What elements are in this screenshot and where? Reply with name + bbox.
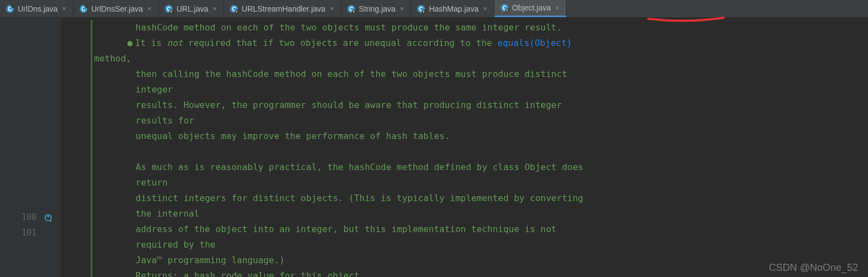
class-icon: C (500, 3, 509, 12)
editor-area: 100 101 hashCode method on each of the t… (0, 18, 868, 277)
close-icon[interactable]: × (212, 4, 219, 13)
line-gutter: 100 101 (0, 18, 61, 277)
tab-string-java[interactable]: CString.java× (341, 0, 412, 17)
line-number: 100 (0, 209, 61, 225)
svg-rect-9 (170, 11, 172, 13)
class-run-icon: C (6, 4, 14, 13)
tab-hashmap-java[interactable]: CHashMap.java× (411, 0, 494, 17)
tab-label: URLStreamHandler.java (242, 4, 325, 13)
line-number: 101 (0, 225, 61, 240)
tab-urldns-java[interactable]: CUrlDns.java× (0, 0, 74, 17)
class-icon: C (347, 4, 356, 13)
tab-urldnsser-java[interactable]: CUrlDnsSer.java× (74, 0, 159, 17)
svg-rect-21 (423, 11, 424, 13)
class-icon: C (417, 4, 425, 13)
javadoc-link-equals[interactable]: equals(Object) (497, 38, 572, 48)
svg-rect-25 (506, 10, 508, 12)
javadoc-text: hashCode method on each of the two objec… (61, 20, 603, 277)
tab-label: String.java (359, 4, 396, 13)
doc-indent-guide (91, 20, 92, 277)
tab-label: HashMap.java (429, 4, 479, 13)
tab-url-java[interactable]: CURL.java× (159, 0, 224, 17)
svg-rect-13 (236, 11, 237, 13)
close-icon[interactable]: × (399, 4, 406, 13)
tab-label: URL.java (176, 4, 209, 13)
class-icon: C (230, 4, 238, 13)
editor-tabs: CUrlDns.java×CUrlDnsSer.java×CURL.java×C… (0, 0, 868, 18)
override-icon[interactable] (44, 212, 53, 221)
close-icon[interactable]: × (329, 4, 335, 13)
tab-object-java[interactable]: CObject.java× (495, 0, 567, 17)
class-icon: C (164, 4, 173, 13)
code-pane[interactable]: hashCode method on each of the two objec… (61, 18, 868, 277)
class-run-icon: C (79, 4, 88, 13)
close-icon[interactable]: × (61, 4, 67, 13)
tab-label: Object.java (512, 3, 551, 12)
close-icon[interactable]: × (482, 4, 488, 13)
close-icon[interactable]: × (554, 4, 561, 12)
tab-label: UrlDns.java (18, 4, 58, 13)
tab-urlstreamhandler-java[interactable]: CURLStreamHandler.java× (224, 0, 341, 17)
tab-label: UrlDnsSer.java (91, 4, 143, 13)
watermark-text: CSDN @NoOne_52 (769, 262, 858, 274)
close-icon[interactable]: × (146, 4, 153, 13)
svg-rect-17 (353, 11, 355, 13)
